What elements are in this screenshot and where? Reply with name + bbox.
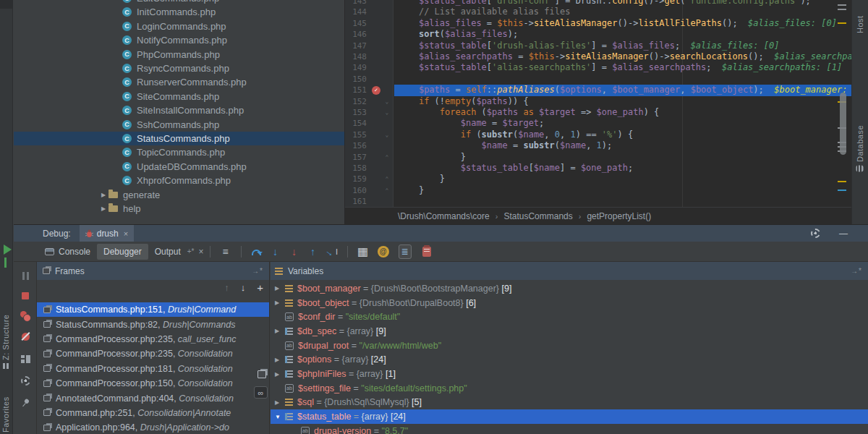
force-step-into-icon[interactable]: ↓ — [285, 246, 304, 258]
code-line[interactable]: $alias_files = $this->siteAliasManager()… — [394, 18, 851, 29]
stop-button[interactable] — [20, 290, 31, 302]
close-icon[interactable]: × — [199, 247, 204, 257]
code-line[interactable]: } — [394, 185, 851, 196]
view-breakpoints-list-icon[interactable]: ≣ — [399, 245, 412, 258]
line-number[interactable]: 144 — [345, 7, 367, 17]
line-number[interactable]: 161 — [345, 196, 367, 207]
expand-arrow-icon[interactable]: ▶ — [275, 328, 285, 334]
fold-marker-icon[interactable]: ⌃ — [383, 174, 391, 184]
expand-arrow-icon[interactable]: ▶ — [275, 299, 285, 306]
restore-layout-button[interactable] — [20, 353, 31, 365]
line-number[interactable]: 145 — [345, 18, 367, 29]
code-editor[interactable]: $status_table['drush-conf'] = Drush::con… — [345, 0, 851, 207]
variable-row[interactable]: ▶$sql = {Drush\Sql\SqlMysql} [5] — [271, 396, 868, 410]
watch-return-values-icon[interactable]: @ — [377, 245, 390, 258]
frame-down-icon[interactable]: ↓ — [241, 282, 246, 293]
tree-item[interactable]: CSiteInstallCommands.php — [14, 103, 345, 117]
line-number[interactable]: 157 — [345, 152, 367, 163]
tree-item[interactable]: CLoginCommands.php — [14, 20, 345, 33]
tab-console[interactable]: Console — [38, 244, 97, 260]
toolwindow-button-structure[interactable]: Z: Structure — [1, 289, 10, 369]
line-number[interactable]: 143 — [345, 0, 367, 7]
tree-item[interactable]: CSiteCommands.php — [14, 90, 345, 103]
frame-up-icon[interactable]: ↑ — [224, 282, 229, 293]
toolwindow-button-host[interactable]: Host — [856, 1, 864, 33]
fold-marker-icon[interactable]: ⌄ — [383, 129, 391, 140]
breakpoint-icon[interactable]: ✓ — [372, 86, 380, 95]
code-line[interactable]: } — [394, 174, 851, 184]
variable-row[interactable]: ▶$boot_object = {Drush\Boot\DrupalBoot8}… — [271, 296, 868, 310]
fold-marker-icon[interactable]: ⌃ — [383, 152, 391, 163]
tab-debugger[interactable]: Debugger — [97, 244, 148, 260]
code-line[interactable]: } — [394, 152, 851, 163]
code-line[interactable]: $alias_searchpaths = $this->siteAliasMan… — [394, 51, 851, 62]
tree-item[interactable]: ▶help — [14, 202, 345, 216]
run-to-cursor-icon[interactable]: →I — [323, 246, 341, 258]
line-number[interactable]: 160 — [345, 185, 367, 196]
step-into-icon[interactable]: ↓ — [266, 246, 285, 258]
close-icon[interactable]: × — [124, 229, 128, 238]
breadcrumb-package[interactable]: \Drush\Commands\core — [398, 211, 490, 221]
tree-item[interactable]: CStatusCommands.php — [14, 132, 345, 145]
copy-frames-icon[interactable] — [258, 370, 266, 378]
variable-row[interactable]: ab$conf_dir = "sites/default" — [271, 310, 868, 324]
stack-frame-row[interactable]: CommandProcessor.php:235, call_user_func — [37, 332, 270, 346]
line-number[interactable]: 149 — [345, 62, 367, 73]
tree-item[interactable]: CRsyncCommands.php — [14, 61, 345, 75]
stack-frame-row[interactable]: CommandProcessor.php:150, Consolidation — [37, 376, 270, 391]
line-number[interactable]: 147 — [345, 41, 367, 51]
step-out-icon[interactable]: ↑ — [304, 246, 323, 258]
stack-frame-row[interactable]: Command.php:251, Consolidation|Annotate — [37, 406, 270, 420]
line-number[interactable]: 158 — [345, 163, 367, 174]
view-breakpoints-button[interactable] — [20, 310, 31, 322]
tree-item[interactable]: ▶generate — [14, 188, 345, 202]
variable-row[interactable]: abdrupal-version = "8.5.7" — [271, 424, 868, 434]
code-line[interactable]: $name = substr($name, 1); — [394, 140, 851, 151]
variable-row[interactable]: ▶$boot_manager = {Drush\Boot\BootstrapMa… — [271, 281, 868, 296]
toolwindow-button-favorites[interactable]: Favorites — [1, 391, 10, 434]
expand-arrow-icon[interactable]: ▶ — [275, 357, 285, 363]
tree-item[interactable]: CNotifyCommands.php — [14, 33, 345, 47]
output-float-icon[interactable]: +* — [187, 247, 195, 255]
line-number[interactable]: 148 — [345, 51, 367, 62]
float-panel-icon[interactable]: →* — [851, 267, 862, 275]
tree-item[interactable]: CTopicCommands.php — [14, 145, 345, 159]
stack-frame-row[interactable]: StatusCommands.php:151, Drush|Command — [37, 302, 270, 317]
code-line[interactable]: foreach ($paths as $target => $one_path)… — [394, 107, 851, 118]
settings-gear-icon[interactable] — [811, 229, 820, 238]
hide-panel-icon[interactable]: — — [839, 229, 848, 239]
line-number[interactable]: 150 — [345, 74, 367, 85]
fold-marker-icon[interactable]: ⌃ — [383, 185, 391, 196]
editor-gutter[interactable]: 143144145146147148149150151✓152⌄153⌄1541… — [345, 0, 393, 207]
line-number[interactable]: 156 — [345, 140, 367, 151]
code-line[interactable]: $name = $target; — [394, 118, 851, 129]
variable-row[interactable]: ab$settings_file = "sites/default/settin… — [271, 381, 868, 396]
tree-item[interactable]: CPhpCommands.php — [14, 48, 345, 61]
infinity-icon[interactable]: ∞ — [254, 386, 268, 399]
tree-item[interactable]: CUpdateDBCommands.php — [14, 160, 345, 174]
expand-arrow-icon[interactable]: ▶ — [275, 285, 285, 292]
code-line[interactable] — [394, 74, 851, 85]
line-number[interactable]: 159 — [345, 174, 367, 184]
line-number[interactable]: 152 — [345, 96, 367, 107]
line-number[interactable]: 154 — [345, 118, 367, 129]
fold-marker-icon[interactable]: ⌄ — [383, 96, 391, 107]
tree-item[interactable]: CRunserverCommands.php — [14, 75, 345, 89]
code-line[interactable]: $status_table['drush-alias-files'] = $al… — [394, 41, 851, 51]
variable-row[interactable]: ▶$db_spec = {array} [9] — [271, 324, 868, 339]
toolwindow-button-database[interactable]: Database — [856, 93, 864, 172]
variable-row[interactable]: ▶$phpIniFiles = {array} [1] — [271, 367, 868, 381]
tree-item[interactable]: CSshCommands.php — [14, 118, 345, 132]
variable-row[interactable]: ▼$status_table = {array} [24] — [271, 409, 868, 424]
line-number[interactable]: 155 — [345, 129, 367, 140]
resume-program-button[interactable] — [4, 244, 13, 255]
code-line[interactable]: $status_table['alias-searchpaths'] = $al… — [394, 62, 851, 73]
stack-frame-row[interactable]: CommandProcessor.php:235, Consolidation — [37, 346, 270, 361]
stack-frame-row[interactable]: StatusCommands.php:82, Drush|Commands — [37, 317, 270, 331]
restore-layout-icon[interactable] — [420, 245, 433, 258]
evaluate-expression-icon[interactable]: ▦ — [354, 244, 373, 258]
code-line[interactable] — [394, 196, 851, 207]
stack-frame-row[interactable]: Application.php:964, Drush|Application->… — [37, 420, 270, 434]
step-over-icon[interactable] — [247, 246, 266, 258]
variable-row[interactable]: ab$drupal_root = "/var/www/html/web" — [271, 339, 868, 353]
